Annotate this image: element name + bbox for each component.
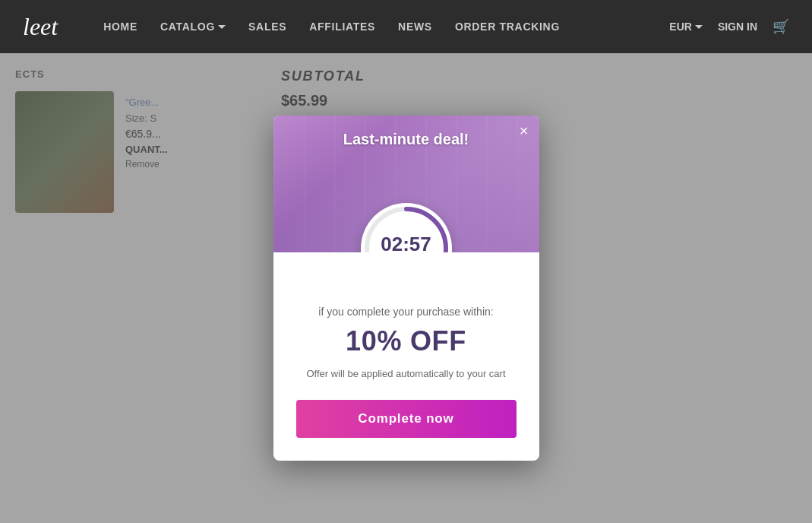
nav-home[interactable]: HOME <box>103 21 137 33</box>
modal-body: if you complete your purchase within: 10… <box>273 252 539 461</box>
navbar: leet HOME CATALOG SALES AFFILIATES NEWS … <box>0 0 812 53</box>
complete-now-button[interactable]: Complete now <box>296 400 517 438</box>
page-content: ECTS "Gree... Size: S €65.9... QUANT... … <box>0 53 812 523</box>
modal-desc: if you complete your purchase within: <box>296 306 517 318</box>
nav-order-tracking[interactable]: ORDER TRACKING <box>455 21 560 33</box>
modal-discount: 10% OFF <box>296 325 517 357</box>
nav-news[interactable]: NEWS <box>398 21 432 33</box>
nav-catalog[interactable]: CATALOG <box>160 21 226 33</box>
nav-affiliates[interactable]: AFFILIATES <box>309 21 375 33</box>
signin-link[interactable]: SIGN IN <box>718 21 757 33</box>
navbar-right: EUR SIGN IN 🛒 <box>669 18 789 35</box>
modal-overlay[interactable]: Last-minute deal! × 02:57 MINS if you co… <box>0 53 812 523</box>
modal-header: Last-minute deal! × 02:57 MINS <box>273 116 539 252</box>
chevron-down-icon <box>218 25 226 29</box>
timer-wrapper: 02:57 MINS <box>361 203 452 252</box>
nav-sales[interactable]: SALES <box>248 21 286 33</box>
timer-circle: 02:57 MINS <box>361 203 452 252</box>
modal-close-button[interactable]: × <box>520 123 529 138</box>
cart-icon[interactable]: 🛒 <box>773 18 789 35</box>
deal-modal: Last-minute deal! × 02:57 MINS if you co… <box>273 116 539 461</box>
site-logo[interactable]: leet <box>23 13 58 41</box>
currency-selector[interactable]: EUR <box>669 21 703 33</box>
modal-title: Last-minute deal! <box>343 131 469 148</box>
modal-auto-note: Offer will be applied automatically to y… <box>296 366 517 382</box>
currency-chevron-icon <box>695 25 703 29</box>
timer-time: 02:57 <box>381 234 431 252</box>
nav-links: HOME CATALOG SALES AFFILIATES NEWS ORDER… <box>103 21 669 33</box>
